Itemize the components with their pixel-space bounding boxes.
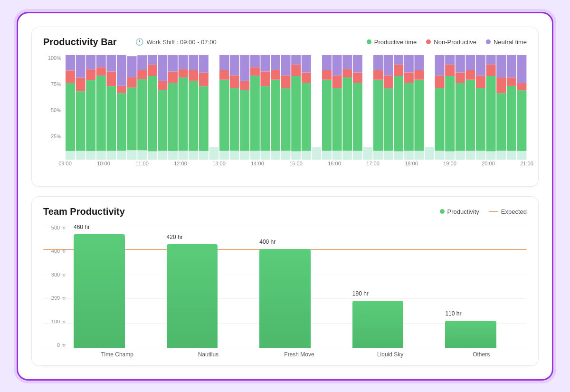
x-label-15:00: 15:00 xyxy=(289,161,303,166)
svg-rect-22 xyxy=(117,86,126,93)
svg-rect-94 xyxy=(322,151,332,160)
team-bar-col-fresh-move: 400 hr xyxy=(238,225,332,348)
svg-rect-25 xyxy=(127,87,137,150)
x-axis: 09:0010:0011:0012:0013:0014:0015:0016:00… xyxy=(65,161,527,170)
svg-rect-65 xyxy=(240,151,249,160)
svg-rect-139 xyxy=(445,55,455,65)
productivity-bar-chart: 100% 75% 50% 25% 09:0010:0011:0012:0013:… xyxy=(43,55,527,179)
svg-rect-14 xyxy=(96,67,106,76)
svg-rect-6 xyxy=(76,77,86,91)
svg-rect-95 xyxy=(322,79,332,151)
svg-rect-69 xyxy=(250,151,260,159)
svg-rect-54 xyxy=(199,72,209,86)
team-productivity-title: Team Productivity xyxy=(43,206,125,217)
svg-rect-137 xyxy=(445,76,455,151)
team-bar-col-liquid-sky: 190 hr xyxy=(332,225,425,348)
svg-rect-58 xyxy=(219,79,229,151)
team-x-axis: Time ChampNautilusFresh MoveLiquid SkyOt… xyxy=(72,351,527,358)
svg-rect-48 xyxy=(189,151,198,160)
bar-value-label: 400 hr xyxy=(259,239,276,245)
svg-rect-26 xyxy=(127,77,137,87)
svg-rect-34 xyxy=(148,64,157,76)
svg-rect-75 xyxy=(260,71,270,86)
svg-rect-82 xyxy=(281,88,291,151)
productivity-legend: Productive time Non-Productive Neutral t… xyxy=(367,38,527,46)
x-label-10:00: 10:00 xyxy=(97,161,110,166)
productivity-bar-title: Productivity Bar xyxy=(43,37,116,48)
svg-rect-153 xyxy=(486,76,496,151)
svg-rect-85 xyxy=(291,151,301,160)
x-label-11:00: 11:00 xyxy=(135,161,149,166)
team-bars-area: 460 hr420 hr400 hr190 hr110 hr xyxy=(43,225,527,348)
svg-rect-163 xyxy=(507,55,516,77)
svg-rect-63 xyxy=(230,75,239,87)
svg-rect-28 xyxy=(137,150,147,160)
svg-rect-149 xyxy=(476,88,485,151)
x-label-09:00: 09:00 xyxy=(58,161,72,166)
bar-value-label: 460 hr xyxy=(74,224,90,230)
svg-rect-61 xyxy=(230,151,239,160)
nonproductive-label: Non-Productive xyxy=(434,38,476,46)
svg-rect-128 xyxy=(414,79,424,151)
svg-rect-44 xyxy=(179,151,188,160)
svg-rect-113 xyxy=(373,70,383,79)
x-label-18:00: 18:00 xyxy=(405,161,418,166)
y-axis: 100% 75% 50% 25% xyxy=(43,55,61,160)
svg-rect-47 xyxy=(179,55,188,69)
team-bar-nautilus: 420 hr xyxy=(167,244,218,348)
svg-rect-56 xyxy=(209,147,218,159)
svg-rect-100 xyxy=(332,75,342,87)
svg-rect-140 xyxy=(456,151,465,159)
svg-rect-118 xyxy=(384,55,393,76)
svg-rect-131 xyxy=(425,147,434,159)
svg-rect-119 xyxy=(394,151,403,160)
svg-rect-1 xyxy=(66,83,75,151)
svg-rect-3 xyxy=(66,55,75,70)
svg-rect-24 xyxy=(127,150,137,160)
svg-rect-162 xyxy=(507,77,516,86)
svg-rect-102 xyxy=(342,151,352,160)
productivity-svg xyxy=(65,55,527,160)
team-bar-time-champ: 460 hr xyxy=(74,234,125,347)
svg-rect-159 xyxy=(496,55,506,77)
svg-rect-35 xyxy=(148,55,157,65)
svg-rect-91 xyxy=(302,72,311,83)
svg-rect-114 xyxy=(373,55,383,70)
svg-rect-59 xyxy=(219,70,229,79)
x-label-time-champ: Time Champ xyxy=(72,351,163,358)
svg-rect-146 xyxy=(466,70,475,79)
svg-rect-145 xyxy=(466,79,475,151)
x-label-12:00: 12:00 xyxy=(174,161,187,166)
svg-rect-50 xyxy=(189,70,198,80)
svg-rect-16 xyxy=(106,151,116,159)
svg-rect-23 xyxy=(117,55,126,86)
svg-rect-167 xyxy=(517,55,526,83)
svg-rect-89 xyxy=(302,151,311,159)
svg-rect-17 xyxy=(106,86,116,151)
svg-rect-78 xyxy=(271,79,280,151)
svg-rect-101 xyxy=(332,55,342,76)
svg-rect-93 xyxy=(312,147,321,159)
svg-rect-53 xyxy=(199,86,209,151)
svg-rect-96 xyxy=(322,70,332,79)
svg-rect-150 xyxy=(476,75,485,87)
svg-rect-73 xyxy=(260,151,270,159)
svg-rect-152 xyxy=(486,151,496,160)
svg-rect-107 xyxy=(353,83,362,151)
svg-rect-18 xyxy=(106,71,116,86)
svg-rect-155 xyxy=(486,55,496,65)
svg-rect-127 xyxy=(414,151,424,160)
legend-nonproductive: Non-Productive xyxy=(426,38,476,46)
svg-rect-147 xyxy=(466,55,475,70)
team-bar-fresh-move: 400 hr xyxy=(259,249,311,347)
x-label-17:00: 17:00 xyxy=(366,161,380,166)
bar-value-label: 420 hr xyxy=(167,234,183,240)
svg-rect-7 xyxy=(76,55,86,78)
team-bar-col-time-champ: 460 hr xyxy=(53,225,146,348)
svg-rect-130 xyxy=(414,55,424,70)
svg-rect-74 xyxy=(260,86,270,151)
svg-rect-13 xyxy=(96,76,106,151)
svg-rect-71 xyxy=(250,67,260,76)
bars-container xyxy=(65,55,527,160)
svg-rect-99 xyxy=(332,88,342,151)
